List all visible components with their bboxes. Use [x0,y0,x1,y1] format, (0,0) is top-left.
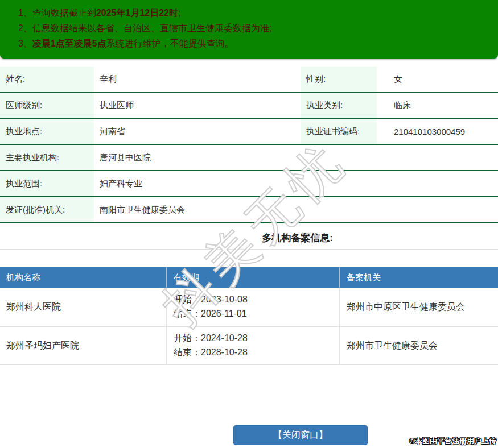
validity-cell: 开始：2023-10-08 结束：2026-11-01 [167,288,340,326]
validity-end-line: 结束：2028-10-28 [174,347,339,359]
institution-name-cell: 郑州圣玛妇产医院 [0,327,167,364]
notice-line-1: 1、查询数据截止到2025年1月12日22时; [18,5,498,20]
validity-start-line: 开始：2023-10-08 [174,294,339,306]
practice-category-label: 执业类别: [301,93,377,118]
start-label: 开始： [174,294,201,304]
issuing-authority-value: 南阳市卫生健康委员会 [94,197,498,222]
info-row-issuing-authority: 发证(批准)机关: 南阳市卫生健康委员会 [0,197,498,223]
end-date: 2026-11-01 [201,309,247,318]
notice-line-3: 3、凌晨1点至凌晨5点系统进行维护，不能提供查询。 [18,36,498,51]
practice-location-value: 河南省 [94,119,301,144]
info-row-main-institution: 主要执业机构: 唐河县中医院 [0,145,498,171]
filing-authority-cell: 郑州市中原区卫生健康委员会 [340,288,498,326]
practice-category-value: 临床 [377,93,498,118]
start-date: 2023-10-08 [201,294,248,304]
section-divider [0,249,498,250]
start-label: 开始： [174,333,201,343]
end-date: 2028-10-28 [201,347,248,357]
practice-scope-value: 妇产科专业 [94,171,498,196]
notice-line-1-text: 查询数据截止到 [32,8,96,18]
notice-line-1-tail: ; [178,8,180,18]
practitioner-info-table: 姓名: 辛利 性别: 女 医师级别: 执业医师 执业类别: 临床 执业地点: 河… [0,67,498,223]
issuing-authority-label: 发证(批准)机关: [0,197,94,222]
main-institution-value: 唐河县中医院 [94,145,498,170]
practice-scope-label: 执业范围: [0,171,94,196]
notice-line-1-number: 1、 [18,8,32,18]
column-header-institution-name: 机构名称 [0,267,167,288]
multi-institution-section-title: 多机构备案信息: [0,230,498,247]
filing-table: 机构名称 有效期 备案机关 郑州科大医院 开始：2023-10-08 结束：20… [0,267,498,365]
notice-line-2: 2、信息数据结果以各省、自治区、直辖市卫生健康委数据为准; [18,20,498,36]
certificate-number-value: 210410103000459 [377,119,498,144]
notice-line-2-number: 2、 [18,23,32,33]
notice-line-3-number: 3、 [18,39,32,48]
institution-name-cell: 郑州科大医院 [0,288,167,326]
info-row-practice-scope: 执业范围: 妇产科专业 [0,171,498,197]
notice-line-3-tail: 系统进行维护，不能提供查询。 [106,39,234,48]
info-row-location-certificate: 执业地点: 河南省 执业证书编码: 210410103000459 [0,119,498,145]
validity-start-line: 开始：2024-10-28 [174,333,339,345]
column-header-validity: 有效期 [167,267,340,288]
practice-location-label: 执业地点: [0,119,94,144]
info-row-name-gender: 姓名: 辛利 性别: 女 [0,67,498,93]
validity-end-line: 结束：2026-11-01 [174,308,339,320]
notice-line-1-bold: 2025年1月12日22时 [96,8,178,18]
start-date: 2024-10-28 [201,333,248,343]
end-label: 结束： [174,347,201,357]
validity-cell: 开始：2024-10-28 结束：2028-10-28 [167,327,340,364]
notice-line-3-bold: 凌晨1点至凌晨5点 [32,39,106,48]
upload-credit-watermark: ©本图由平台注册用户上传 [409,436,496,446]
filing-row-2: 郑州圣玛妇产医院 开始：2024-10-28 结束：2028-10-28 郑州市… [0,327,498,365]
filing-row-1: 郑州科大医院 开始：2023-10-08 结束：2026-11-01 郑州市中原… [0,288,498,327]
name-label: 姓名: [0,67,94,92]
filing-authority-cell: 郑州市卫生健康委员会 [340,327,498,364]
doctor-level-value: 执业医师 [94,93,301,118]
certificate-number-label: 执业证书编码: [301,119,377,144]
name-value: 辛利 [94,67,301,92]
main-institution-label: 主要执业机构: [0,145,94,170]
info-row-level-category: 医师级别: 执业医师 执业类别: 临床 [0,93,498,119]
filing-table-header: 机构名称 有效期 备案机关 [0,267,498,288]
gender-label: 性别: [301,67,377,92]
notice-line-2-text: 信息数据结果以各省、自治区、直辖市卫生健康委数据为准; [32,23,271,33]
column-header-filing-authority: 备案机关 [340,267,498,288]
doctor-level-label: 医师级别: [0,93,94,118]
gender-value: 女 [377,67,498,92]
end-label: 结束： [174,309,201,318]
close-window-button[interactable]: 【关闭窗口】 [233,425,368,445]
notice-banner: 1、查询数据截止到2025年1月12日22时; 2、信息数据结果以各省、自治区、… [0,0,498,59]
